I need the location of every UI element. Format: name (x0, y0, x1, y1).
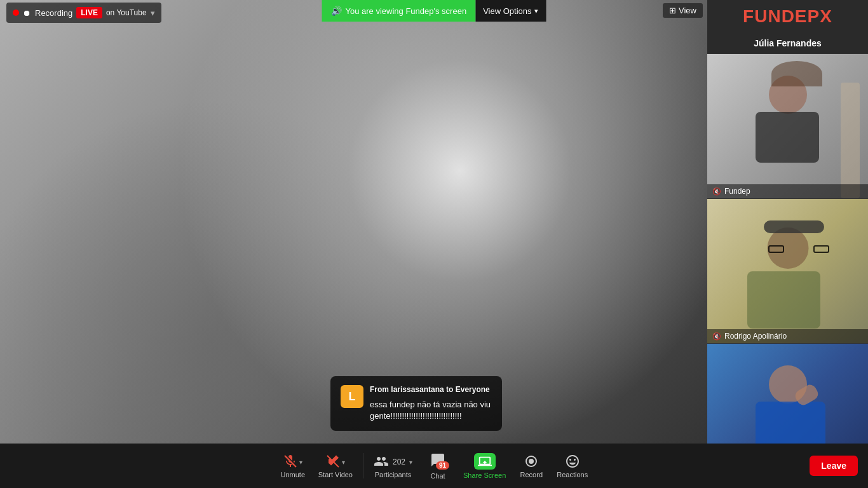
mute-icon-rodrigo: 🔇 (712, 332, 721, 341)
chat-badge: 91 (436, 461, 449, 470)
leave-button[interactable]: Leave (810, 456, 858, 476)
toolbar-divider (363, 453, 363, 478)
chat-avatar: L (341, 385, 363, 408)
start-video-label: Start Video (318, 471, 353, 478)
video-chevron-icon[interactable]: ▾ (342, 459, 345, 466)
chat-avatar-letter: L (349, 390, 356, 403)
recording-dot (13, 10, 19, 16)
viewing-banner: 🔊 You are viewing Fundep's screen (322, 0, 476, 22)
reactions-icon (565, 454, 580, 469)
svg-point-3 (529, 459, 534, 464)
toolbar: ▾ Unmute ▾ Start Video 202 ▾ Participant… (0, 444, 868, 488)
view-options-chevron-icon: ▾ (534, 7, 538, 15)
unmute-chevron-icon[interactable]: ▾ (299, 459, 302, 466)
grid-icon: ⊞ (669, 6, 676, 15)
reactions-button[interactable]: Reactions (550, 451, 594, 482)
chat-message-popup: L From larissasantana to Everyone essa f… (330, 376, 502, 431)
tile-fundep-video (707, 54, 868, 198)
view-label: View (679, 6, 696, 15)
participant-tile-fundep: 🔇 Fundep (707, 53, 868, 198)
view-options-button[interactable]: View Options ▾ (475, 0, 546, 22)
participant-tile-rodrigo: 🔇 Rodrigo Apolinário (707, 198, 868, 343)
chat-button[interactable]: 91 Chat (419, 449, 457, 483)
participants-button[interactable]: 202 ▾ Participants (367, 451, 419, 482)
tile-rodrigo-video (707, 199, 868, 343)
participants-count: 202 (393, 458, 405, 466)
dropdown-chevron-icon[interactable]: ▾ (151, 8, 155, 18)
mute-icon: 🔇 (712, 187, 721, 196)
center-notification: 🔊 You are viewing Fundep's screen View O… (322, 0, 546, 22)
record-icon (524, 454, 539, 469)
chat-label: Chat (430, 472, 445, 480)
chat-content: From larissasantana to Everyone essa fun… (370, 385, 492, 422)
chat-from: From larissasantana to Everyone (370, 385, 492, 395)
unmute-label: Unmute (281, 471, 306, 478)
participants-label: Participants (375, 471, 411, 478)
unmute-button[interactable]: ▾ Unmute (274, 451, 312, 482)
record-button[interactable]: Record (512, 451, 550, 482)
share-screen-label: Share Screen (463, 471, 506, 479)
share-screen-button[interactable]: Share Screen (457, 450, 512, 482)
share-screen-icon-wrap (474, 453, 496, 470)
speaker-icon: 🔊 (331, 6, 342, 16)
live-badge: LIVE (76, 7, 102, 18)
view-button[interactable]: ⊞ View (663, 3, 703, 18)
reactions-label: Reactions (557, 471, 588, 478)
participants-icon-wrap: 202 ▾ (374, 454, 412, 471)
participant-name: Júlia Fernandes (707, 33, 868, 53)
participant-name-rodrigo: Rodrigo Apolinário (724, 332, 787, 341)
chat-icon-wrap: 91 (430, 452, 445, 472)
viewing-text: You are viewing Fundep's screen (346, 6, 467, 16)
start-video-button[interactable]: ▾ Start Video (312, 451, 359, 482)
record-icon: ⏺ (23, 8, 31, 18)
participants-icon (374, 454, 389, 469)
participant-name-fundep: Fundep (724, 187, 750, 196)
sidebar: FUNDEPX Júlia Fernandes 🔇 Fundep (707, 0, 868, 488)
participant-label-fundep: 🔇 Fundep (707, 184, 868, 198)
participant-label-rodrigo: 🔇 Rodrigo Apolinário (707, 329, 868, 343)
recording-text: Recording (35, 8, 72, 18)
chat-message-body: essa fundep não tá vazia não viu gente!!… (370, 399, 492, 422)
view-options-label: View Options (483, 6, 531, 16)
participants-chevron-icon[interactable]: ▾ (409, 459, 412, 466)
recording-badge: ⏺ Recording LIVE on YouTube ▾ (6, 3, 161, 23)
share-screen-icon (478, 454, 492, 468)
mute-icon (283, 454, 298, 469)
video-off-icon (325, 454, 341, 469)
youtube-text: on YouTube (106, 8, 147, 17)
record-label: Record (520, 471, 543, 478)
